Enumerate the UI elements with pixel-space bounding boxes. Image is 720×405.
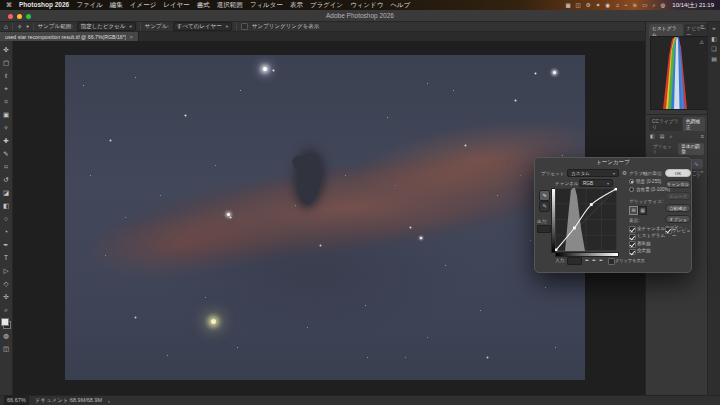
radio-light-levels[interactable] — [629, 179, 634, 184]
properties-panel-icon[interactable]: ◧ — [711, 35, 717, 45]
sample-layers-select[interactable]: すべてのレイヤー ▾ — [173, 22, 232, 31]
document-tab[interactable]: used star recomposition result.tif @ 66.… — [0, 32, 139, 41]
frame-tool-icon[interactable]: ▣ — [1, 108, 12, 121]
color-swatches[interactable] — [1, 318, 11, 329]
options-button[interactable]: オプション... — [665, 215, 691, 223]
screen-mode-icon[interactable]: ◫ — [1, 342, 12, 355]
gradient-tool-icon[interactable]: ◧ — [1, 199, 12, 212]
menubar-menu-item[interactable]: 選択範囲 — [217, 0, 243, 10]
curves-dialog[interactable]: トーンカーブ プリセット: カスタム ▾ ⚙ チャンネル: RGB ▾ ∿ ✎ — [534, 157, 692, 273]
pen-tool-icon[interactable]: ✒ — [1, 238, 12, 251]
menubar-menu-item[interactable]: レイヤー — [163, 0, 189, 10]
curve-point-handle[interactable] — [615, 188, 617, 190]
menubar-menu-item[interactable]: プラグイン — [310, 0, 343, 10]
gray-point-eyedropper-icon[interactable]: ✒ — [592, 257, 596, 263]
panel-menu-icon[interactable]: ≡ — [700, 24, 704, 30]
menubar-menu-item[interactable]: 書式 — [197, 0, 210, 10]
presets-icon[interactable]: ◧ — [650, 133, 655, 140]
move-tool-icon[interactable]: ✜ — [1, 43, 12, 56]
curve-point-handle[interactable] — [590, 203, 593, 206]
settings-icon[interactable]: ⚙ — [586, 0, 591, 10]
menubar-clock[interactable]: 10/14(土) 21:19 — [672, 0, 714, 10]
display-option-row[interactable]: 交差線 — [629, 248, 665, 256]
type-tool-icon[interactable]: T — [1, 251, 12, 264]
display-option-row[interactable]: ヒストグラム — [629, 233, 665, 241]
dodge-tool-icon[interactable]: ◔ — [1, 225, 12, 238]
eraser-tool-icon[interactable]: ◪ — [1, 186, 12, 199]
preset-options-gear-icon[interactable]: ⚙ — [622, 170, 627, 176]
auto-button[interactable]: 自動補正 — [665, 204, 691, 212]
wifi-icon[interactable]: ≋ — [633, 0, 638, 10]
audio-icon[interactable]: ♫ — [615, 0, 619, 10]
marquee-tool-icon[interactable]: ▢ — [1, 56, 12, 69]
eyedropper-tool-icon[interactable]: ✧ — [1, 121, 12, 134]
menubar-menu-item[interactable]: 表示 — [290, 0, 303, 10]
object-selection-tool-icon[interactable]: ⌖ — [1, 82, 12, 95]
search-icon[interactable]: ⌕ — [669, 133, 672, 140]
record-icon[interactable]: ◉ — [605, 0, 610, 10]
histogram-warning-icon[interactable]: ⚠ — [700, 39, 704, 45]
search-icon[interactable]: ⌕ — [652, 0, 655, 10]
status-chevron-icon[interactable]: › — [108, 398, 110, 404]
menubar-menu-item[interactable]: ファイル — [76, 0, 103, 10]
foreground-color-swatch[interactable] — [1, 318, 9, 326]
hand-tool-icon[interactable]: ✣ — [1, 290, 12, 303]
simple-grid-button[interactable]: ⊞ — [629, 206, 638, 215]
close-tab-icon[interactable]: × — [129, 34, 133, 40]
zoom-tool-icon[interactable]: ⌕ — [1, 303, 12, 316]
subtab-presets[interactable]: プリセット — [650, 143, 676, 155]
chevron-down-icon[interactable]: ▾ — [26, 24, 28, 29]
app-menu-title[interactable]: Photoshop 2026 — [19, 0, 69, 10]
curve-point-handle[interactable] — [555, 249, 557, 251]
home-icon[interactable]: ⌂ — [4, 23, 8, 30]
shape-tool-icon[interactable]: ◇ — [1, 277, 12, 290]
channels-panel-icon[interactable]: ▤ — [711, 55, 717, 65]
eyedropper-tool-icon[interactable]: ✧ — [17, 23, 22, 31]
apple-menu-icon[interactable]: ⌘ — [6, 0, 12, 10]
display-icon[interactable]: ▦ — [565, 0, 570, 10]
blur-tool-icon[interactable]: ○ — [1, 212, 12, 225]
pencil-tool-button[interactable]: ✎ — [539, 201, 550, 212]
spark-icon[interactable]: ✦ — [596, 0, 601, 10]
zoom-level-field[interactable]: 66.67% — [4, 396, 29, 405]
battery-icon[interactable]: ▭ — [642, 0, 647, 10]
menubar-menu-item[interactable]: フィルター — [250, 0, 283, 10]
curve-point-tool-button[interactable]: ∿ — [539, 190, 550, 201]
black-point-eyedropper-icon[interactable]: ✒ — [585, 257, 589, 263]
detailed-grid-button[interactable]: ▦ — [638, 206, 647, 215]
panel-menu-icon[interactable]: ≡ — [701, 133, 704, 140]
ok-button[interactable]: OK — [665, 169, 691, 177]
display-option-row[interactable]: 全チャンネル表示 — [629, 225, 665, 233]
curves-graph[interactable] — [555, 188, 617, 251]
channel-select[interactable]: RGB ▾ — [579, 179, 613, 187]
cancel-button[interactable]: キャンセル — [665, 180, 691, 188]
control-center-icon[interactable]: ◍ — [660, 0, 665, 10]
quick-mask-icon[interactable]: ◍ — [1, 329, 12, 342]
tab-adjustments[interactable]: 色調補正 — [683, 117, 705, 131]
document-image-horsehead-nebula[interactable] — [65, 55, 585, 380]
collapse-panels-icon[interactable]: » — [712, 25, 715, 35]
list-view-icon[interactable]: ▤ — [660, 133, 665, 140]
path-selection-tool-icon[interactable]: ▷ — [1, 264, 12, 277]
bolt-icon[interactable]: ⌁ — [624, 0, 627, 10]
history-brush-tool-icon[interactable]: ↺ — [1, 173, 12, 186]
curve-point-handle[interactable] — [573, 227, 576, 230]
menubar-menu-item[interactable]: イメージ — [130, 0, 156, 10]
show-clipping-checkbox[interactable] — [608, 258, 615, 265]
show-sampling-ring-checkbox[interactable] — [241, 23, 248, 30]
lasso-tool-icon[interactable]: ℓ — [1, 69, 12, 82]
input-value-field[interactable] — [567, 257, 582, 265]
preview-checkbox[interactable] — [665, 227, 672, 234]
healing-brush-tool-icon[interactable]: ✚ — [1, 134, 12, 147]
display-option-row[interactable]: 基準線 — [629, 240, 665, 248]
tab-cc-library[interactable]: CCライブラリ — [649, 117, 682, 131]
clone-stamp-tool-icon[interactable]: ⌑ — [1, 160, 12, 173]
crop-tool-icon[interactable]: ⌗ — [1, 95, 12, 108]
radio-pigment-ink[interactable] — [629, 187, 634, 192]
subtab-single-adjustments[interactable]: 単体の調整 — [678, 143, 704, 155]
menubar-menu-item[interactable]: ウィンドウ — [350, 0, 383, 10]
white-point-eyedropper-icon[interactable]: ✒ — [599, 257, 603, 263]
menubar-menu-item[interactable]: 編集 — [110, 0, 123, 10]
sample-size-select[interactable]: 指定したピクセル ▾ — [77, 22, 136, 31]
output-value-field[interactable] — [537, 225, 551, 233]
